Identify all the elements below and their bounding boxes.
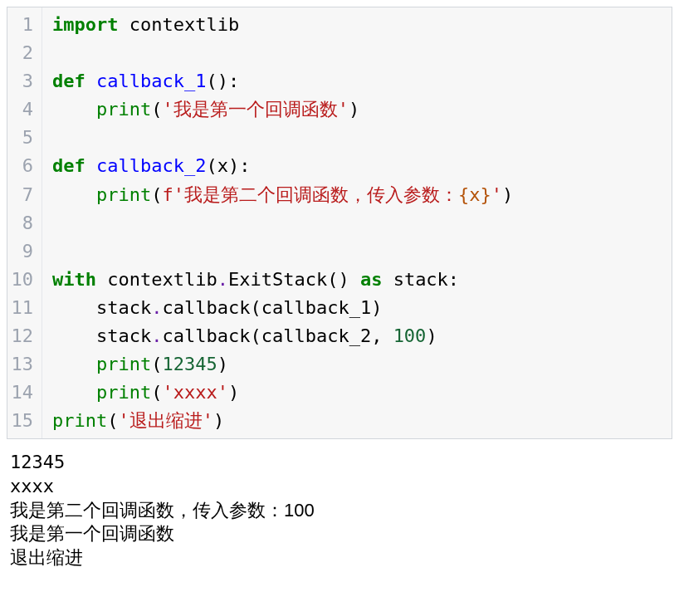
output-line: 12345 — [10, 451, 669, 475]
line-number: 6 — [11, 152, 33, 180]
code-line: import contextlib — [52, 11, 513, 39]
token-builtin: print — [96, 354, 151, 374]
token-fpre: f — [162, 184, 173, 205]
code-line — [52, 237, 513, 266]
token-plain: stack: — [382, 269, 459, 290]
token-plain — [85, 155, 96, 176]
line-number: 8 — [11, 209, 33, 237]
token-plain: ) — [349, 99, 359, 120]
line-number: 9 — [11, 237, 33, 266]
line-number: 14 — [11, 379, 33, 407]
token-plain: callback(callback_1) — [162, 297, 382, 318]
output-line: xxxx — [10, 475, 669, 499]
token-plain: contextlib — [96, 269, 217, 290]
token-plain: ) — [426, 325, 437, 346]
line-number: 15 — [11, 407, 33, 435]
code-block: 123456789101112131415 import contextlib … — [7, 7, 672, 439]
token-plain: ( — [107, 410, 118, 431]
token-plain: callback(callback_2, — [162, 325, 393, 346]
token-str: '退出缩进' — [118, 410, 213, 431]
line-number: 11 — [11, 294, 33, 322]
token-plain — [52, 184, 96, 205]
line-number: 12 — [11, 322, 33, 350]
token-num: 100 — [393, 325, 427, 346]
code-line — [52, 39, 513, 67]
line-number: 7 — [11, 181, 33, 209]
line-number: 1 — [11, 11, 33, 39]
token-fn: callback_1 — [96, 71, 206, 91]
token-op: . — [217, 269, 228, 290]
token-plain — [52, 382, 96, 403]
token-builtin: print — [96, 99, 151, 120]
token-plain: ( — [151, 184, 162, 205]
code-line: def callback_1(): — [52, 67, 513, 95]
line-number: 13 — [11, 350, 33, 379]
token-plain: ( — [151, 382, 162, 403]
code-content: import contextlib def callback_1(): prin… — [42, 7, 523, 438]
line-number-gutter: 123456789101112131415 — [7, 7, 42, 438]
code-line: print('退出缩进') — [52, 407, 513, 435]
token-kw: def — [52, 71, 85, 91]
output-block: 12345xxxx我是第二个回调函数，传入参数：100我是第一个回调函数退出缩进 — [7, 439, 672, 570]
code-line: def callback_2(x): — [52, 152, 513, 180]
token-plain: ) — [213, 410, 224, 431]
line-number: 10 — [11, 266, 33, 294]
token-plain: ( — [151, 99, 162, 120]
token-plain: stack — [52, 325, 151, 346]
token-kw: as — [360, 269, 383, 290]
token-plain: ) — [502, 184, 513, 205]
token-interp: {x} — [458, 184, 491, 205]
token-kw: def — [52, 155, 85, 176]
code-line: stack.callback(callback_2, 100) — [52, 322, 513, 350]
code-line: print('xxxx') — [52, 379, 513, 407]
token-num: 12345 — [162, 354, 217, 374]
token-fn: callback_2 — [96, 155, 206, 176]
token-str: '我是第一个回调函数' — [162, 99, 349, 120]
token-plain — [85, 71, 96, 91]
code-line: stack.callback(callback_1) — [52, 294, 513, 322]
token-plain: stack — [52, 297, 151, 318]
token-fstr: '我是第二个回调函数，传入参数： — [173, 184, 458, 205]
token-builtin: print — [96, 184, 151, 205]
code-line — [52, 124, 513, 152]
token-builtin: print — [52, 410, 107, 431]
token-plain: ) — [228, 382, 239, 403]
token-fstr: ' — [491, 184, 502, 205]
code-line — [52, 209, 513, 237]
token-plain — [52, 354, 96, 374]
token-plain: (): — [206, 71, 239, 91]
line-number: 3 — [11, 67, 33, 95]
token-plain: ( — [151, 354, 162, 374]
code-line: print(f'我是第二个回调函数，传入参数：{x}') — [52, 181, 513, 209]
token-str: 'xxxx' — [162, 382, 227, 403]
output-line: 退出缩进 — [10, 546, 669, 570]
token-op: . — [151, 325, 162, 346]
token-plain — [52, 99, 96, 120]
token-plain: contextlib — [118, 14, 239, 35]
code-line: with contextlib.ExitStack() as stack: — [52, 266, 513, 294]
token-builtin: print — [96, 382, 151, 403]
token-plain: ExitStack() — [228, 269, 360, 290]
line-number: 4 — [11, 95, 33, 124]
token-plain: ) — [217, 354, 228, 374]
token-kw: import — [52, 14, 118, 35]
code-line: print(12345) — [52, 350, 513, 379]
line-number: 5 — [11, 124, 33, 152]
token-kw: with — [52, 269, 96, 290]
line-number: 2 — [11, 39, 33, 67]
output-line: 我是第二个回调函数，传入参数：100 — [10, 499, 669, 523]
output-line: 我是第一个回调函数 — [10, 522, 669, 546]
token-op: . — [151, 297, 162, 318]
code-line: print('我是第一个回调函数') — [52, 95, 513, 124]
token-plain: (x): — [206, 155, 250, 176]
